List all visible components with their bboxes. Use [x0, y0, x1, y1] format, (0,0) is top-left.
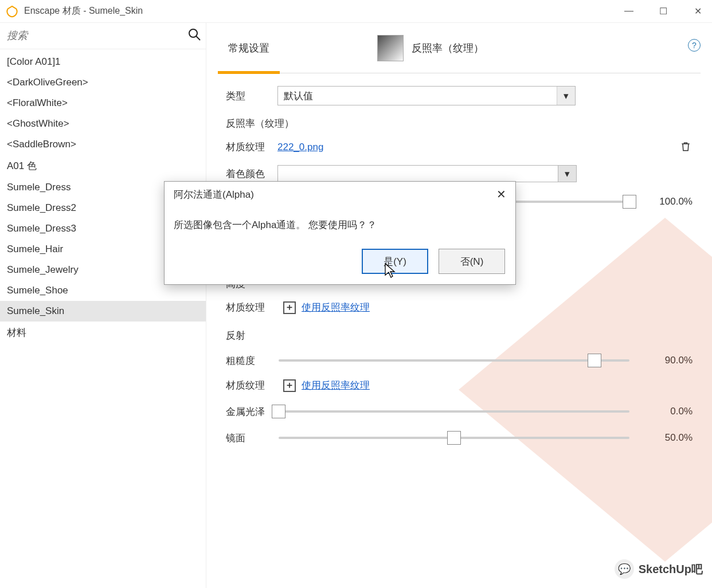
- roughness-label: 粗糙度: [226, 354, 279, 367]
- tint-label: 着色颜色: [226, 167, 277, 181]
- search-icon[interactable]: [187, 28, 201, 45]
- metal-label: 金属光泽: [226, 405, 279, 418]
- close-button[interactable]: ✕: [689, 6, 706, 17]
- tab-general[interactable]: 常规设置: [218, 23, 280, 73]
- reflect-texture-label: 材质纹理: [226, 379, 277, 392]
- list-item[interactable]: <GhostWhite>: [0, 113, 206, 134]
- titlebar: Enscape 材质 - Sumele_Skin — ☐ ✕: [0, 0, 712, 23]
- svg-point-0: [189, 29, 197, 37]
- mirror-label: 镜面: [226, 432, 279, 445]
- height-use-albedo-link[interactable]: 使用反照率纹理: [302, 301, 370, 314]
- opacity-value: 100.0%: [641, 196, 693, 207]
- svg-line-1: [196, 36, 200, 40]
- list-item[interactable]: <SaddleBrown>: [0, 134, 206, 155]
- alpha-dialog: 阿尔法通道(Alpha) ✕ 所选图像包含一个Alpha通道。 您要使用吗？？ …: [164, 181, 516, 285]
- window-title: Enscape 材质 - Sumele_Skin: [24, 5, 143, 17]
- tint-color[interactable]: [277, 165, 558, 182]
- add-reflect-texture-button[interactable]: ＋: [283, 379, 296, 392]
- search-input[interactable]: [5, 26, 187, 45]
- height-texture-label: 材质纹理: [226, 301, 277, 314]
- tab-albedo[interactable]: 反照率（纹理）: [412, 23, 494, 73]
- material-editor: 常规设置 反照率（纹理） ? 类型 默认值 ▾ 反照率（纹理） 材质纹理 222…: [206, 23, 712, 588]
- enscape-logo-icon: [6, 5, 18, 18]
- trash-icon[interactable]: [680, 141, 693, 154]
- dialog-title: 阿尔法通道(Alpha): [174, 188, 254, 201]
- albedo-texture-label: 材质纹理: [226, 140, 277, 154]
- reflect-use-albedo-link[interactable]: 使用反照率纹理: [302, 379, 370, 392]
- list-item[interactable]: <DarkOliveGreen>: [0, 72, 206, 93]
- albedo-texture-link[interactable]: 222_0.png: [277, 142, 323, 153]
- watermark: 💬 SketchUp吧: [615, 559, 703, 579]
- dialog-message: 所选图像包含一个Alpha通道。 您要使用吗？？: [165, 207, 515, 249]
- list-item[interactable]: [Color A01]1: [0, 52, 206, 72]
- type-select[interactable]: 默认值 ▾: [277, 86, 576, 105]
- mirror-slider[interactable]: [279, 430, 629, 446]
- chevron-down-icon: ▾: [557, 87, 575, 105]
- help-icon[interactable]: ?: [688, 39, 701, 52]
- add-height-texture-button[interactable]: ＋: [283, 301, 296, 314]
- minimize-button[interactable]: —: [620, 6, 637, 17]
- dialog-no-button[interactable]: 否(N): [439, 249, 505, 274]
- albedo-section-title: 反照率（纹理）: [226, 117, 693, 130]
- albedo-swatch[interactable]: [377, 35, 404, 61]
- list-item[interactable]: <FloralWhite>: [0, 93, 206, 113]
- list-item[interactable]: A01 色: [0, 155, 206, 177]
- tint-dropdown[interactable]: ▾: [558, 165, 577, 182]
- metal-slider[interactable]: [279, 403, 629, 420]
- maximize-button[interactable]: ☐: [655, 6, 672, 17]
- list-item[interactable]: 材料: [0, 322, 206, 344]
- type-label: 类型: [226, 89, 277, 103]
- dialog-close-button[interactable]: ✕: [496, 187, 506, 201]
- tabs: 常规设置 反照率（纹理） ?: [218, 23, 701, 73]
- material-sidebar: [Color A01]1<DarkOliveGreen><FloralWhite…: [0, 23, 206, 588]
- material-list: [Color A01]1<DarkOliveGreen><FloralWhite…: [0, 49, 206, 588]
- list-item[interactable]: Sumele_Skin: [0, 301, 206, 322]
- type-value: 默认值: [284, 89, 313, 103]
- wechat-icon: 💬: [615, 559, 634, 579]
- roughness-slider[interactable]: [279, 352, 629, 369]
- cursor-icon: [384, 262, 397, 279]
